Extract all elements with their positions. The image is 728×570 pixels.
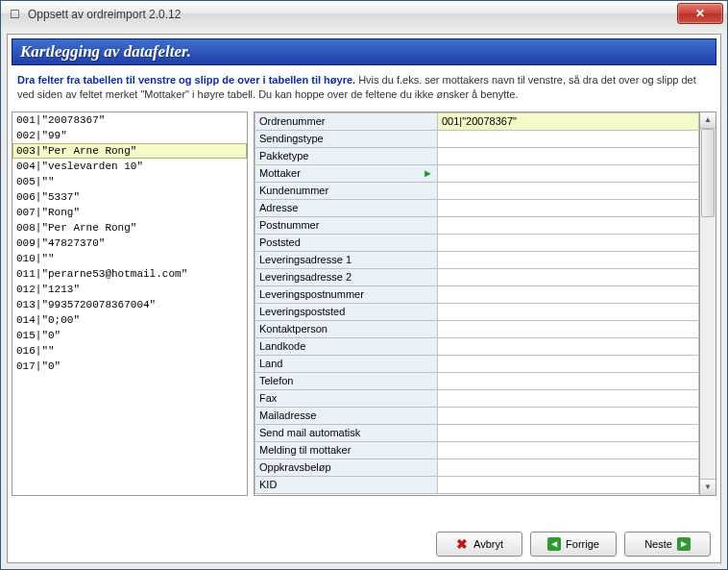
target-field-value[interactable] [438,199,699,216]
target-row[interactable]: KID [255,476,699,493]
target-row[interactable]: Sendingstype [255,130,699,147]
target-field-label: Mottaker► [255,164,438,182]
source-row[interactable]: 017|"0" [12,359,247,374]
target-field-value[interactable] [438,268,699,285]
target-row[interactable]: Leveringspoststed [255,303,699,320]
target-field-label: Land [255,355,438,372]
target-field-value[interactable] [438,424,699,441]
source-row[interactable]: 009|"47827370" [12,235,247,251]
target-field-value[interactable] [438,182,699,199]
target-row[interactable]: Poststed [255,234,699,251]
target-row[interactable]: Leveringsadresse 1 [255,251,699,268]
source-row[interactable]: 006|"5337" [12,189,247,205]
target-field-label: Kontaktperson [255,320,438,337]
target-field-label: Postnummer [255,216,438,234]
target-row[interactable]: Kundenummer [255,182,699,199]
source-row[interactable]: 008|"Per Arne Rong" [12,220,247,235]
target-field-value[interactable] [438,407,699,424]
next-icon: ► [677,537,691,551]
scroll-track[interactable] [700,129,716,479]
target-row[interactable]: Ordrenummer001|"20078367" [255,112,699,130]
target-field-value[interactable] [438,303,699,320]
target-row[interactable]: Telefon [255,372,699,389]
cancel-label: Avbryt [473,538,503,550]
source-row[interactable]: 011|"perarne53@hotmail.com" [12,266,247,282]
target-field-label: Landkode [255,337,438,355]
target-field-value[interactable] [438,372,699,389]
source-row[interactable]: 016|"" [12,343,247,359]
source-row[interactable]: 013|"9935720078367004" [12,297,247,312]
cancel-button[interactable]: ✖ Avbryt [436,532,522,557]
target-field-label: Melding til mottaker [255,441,438,458]
target-field-label: Send mail automatisk [255,424,438,441]
target-field-value[interactable] [438,251,699,268]
target-row[interactable]: Adresse [255,199,699,216]
target-field-value[interactable] [438,441,699,458]
prev-button[interactable]: ◄ Forrige [530,532,617,557]
scroll-up-icon[interactable]: ▲ [700,112,716,129]
close-icon: ✕ [695,7,705,20]
source-row[interactable]: 002|"99" [12,128,247,143]
target-grid-wrap: Ordrenummer001|"20078367"SendingstypePak… [254,112,716,496]
target-row[interactable]: Oppkravsbeløp [255,458,699,476]
target-row[interactable]: Mailadresse [255,407,699,424]
close-button[interactable]: ✕ [677,3,723,24]
target-field-value[interactable] [438,337,699,355]
target-field-value[interactable] [438,458,699,476]
target-field-label: Fax [255,389,438,407]
source-row[interactable]: 007|"Rong" [12,205,247,220]
source-row[interactable]: 012|"1213" [12,282,247,297]
button-bar: ✖ Avbryt ◄ Forrige Neste ► [12,522,716,558]
target-field-value[interactable] [438,355,699,372]
source-row[interactable]: 015|"0" [12,328,247,343]
prev-label: Forrige [566,538,599,550]
target-row[interactable]: Landkode [255,337,699,355]
target-row[interactable]: Mottaker► [255,164,699,182]
target-row[interactable]: Land [255,355,699,372]
source-row[interactable]: 001|"20078367" [12,112,247,128]
target-row[interactable]: Kontaktperson [255,320,699,337]
source-row[interactable]: 003|"Per Arne Rong" [12,143,247,159]
target-field-label: Leveringsadresse 2 [255,268,438,285]
title-bar[interactable]: ☐ Oppsett av ordreimport 2.0.12 ✕ [1,1,727,29]
target-row[interactable]: Postnummer [255,216,699,234]
target-field-label: Pakketype [255,147,438,164]
scroll-down-icon[interactable]: ▼ [700,479,716,495]
target-row[interactable]: Leveringspostnummer [255,285,699,303]
window-title: Oppsett av ordreimport 2.0.12 [28,8,181,21]
target-field-value[interactable]: 001|"20078367" [438,112,699,130]
target-field-value[interactable] [438,285,699,303]
next-button[interactable]: Neste ► [624,532,711,557]
target-field-label: Poststed [255,234,438,251]
scroll-thumb[interactable] [701,129,715,217]
source-row[interactable]: 014|"0;00" [12,312,247,328]
instructions: Dra felter fra tabellen til venstre og s… [12,65,716,112]
target-row[interactable]: Pakketype [255,147,699,164]
grid-scrollbar[interactable]: ▲ ▼ [700,112,716,496]
target-field-label: Leveringsadresse 1 [255,251,438,268]
target-field-label: Oppkravsbeløp [255,458,438,476]
target-grid[interactable]: Ordrenummer001|"20078367"SendingstypePak… [254,112,700,496]
target-row[interactable]: Melding til mottaker [255,441,699,458]
target-field-value[interactable] [438,320,699,337]
target-row[interactable]: Send mail automatisk [255,424,699,441]
target-row[interactable]: Leveringsadresse 2 [255,268,699,285]
target-field-value[interactable] [438,389,699,407]
target-field-label: Mailadresse [255,407,438,424]
target-field-value[interactable] [438,476,699,493]
source-row[interactable]: 005|"" [12,174,247,189]
target-field-label: Adresse [255,199,438,216]
source-row[interactable]: 004|"veslevarden 10" [12,159,247,174]
source-fields-list[interactable]: 001|"20078367"002|"99"003|"Per Arne Rong… [12,112,248,496]
next-label: Neste [644,538,672,550]
wizard-panel: Kartlegging av datafelter. Dra felter fr… [7,34,721,563]
cancel-icon: ✖ [455,537,469,551]
target-field-value[interactable] [438,147,699,164]
wizard-heading: Kartlegging av datafelter. [12,38,716,65]
target-field-value[interactable] [438,130,699,147]
target-field-value[interactable] [438,234,699,251]
source-row[interactable]: 010|"" [12,251,247,266]
target-row[interactable]: Fax [255,389,699,407]
target-field-value[interactable] [438,216,699,234]
target-field-value[interactable] [438,164,699,182]
